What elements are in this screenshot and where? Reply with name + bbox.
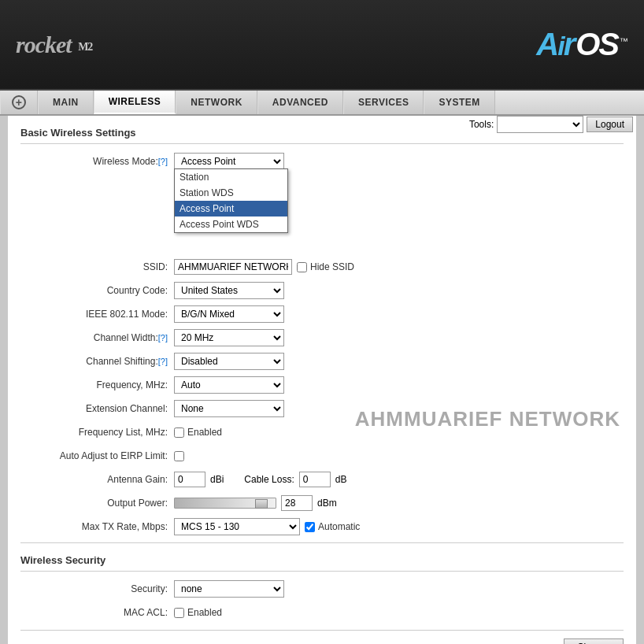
mac-acl-label: MAC ACL: bbox=[20, 607, 174, 618]
country-code-row: Country Code: United States bbox=[20, 281, 624, 300]
ieee-mode-row: IEEE 802.11 Mode: B/G/N Mixed bbox=[20, 305, 624, 324]
cable-loss-label: Cable Loss: bbox=[244, 474, 294, 485]
antenna-gain-label: Antenna Gain: bbox=[20, 474, 174, 485]
cable-loss-input[interactable] bbox=[299, 472, 331, 487]
max-tx-rate-label: Max TX Rate, Mbps: bbox=[20, 521, 174, 532]
channel-width-help[interactable]: [?] bbox=[158, 333, 168, 342]
auto-adjust-label: Auto Adjust to EIRP Limit: bbox=[20, 450, 174, 461]
output-power-label: Output Power: bbox=[20, 498, 174, 509]
ieee-mode-select[interactable]: B/G/N Mixed bbox=[174, 305, 284, 323]
hide-ssid-checkbox[interactable] bbox=[297, 262, 307, 272]
automatic-checkbox[interactable] bbox=[305, 522, 315, 532]
logo: rocket M2 bbox=[16, 31, 92, 58]
nav-tab-network[interactable]: NETWORK bbox=[176, 91, 257, 114]
wireless-mode-label: Wireless Mode:[?] bbox=[20, 156, 174, 167]
dropdown-option-access-point-wds[interactable]: Access Point WDS bbox=[175, 217, 287, 232]
dropdown-option-station[interactable]: Station bbox=[175, 169, 287, 185]
mac-acl-control: Enabled bbox=[174, 607, 624, 618]
wireless-mode-row: Wireless Mode:[?] Access Point Station S… bbox=[20, 152, 624, 171]
mac-acl-row: MAC ACL: Enabled bbox=[20, 603, 624, 622]
ssid-row: SSID: Hide SSID bbox=[20, 257, 624, 276]
wireless-mode-select[interactable]: Access Point bbox=[174, 153, 284, 170]
channel-shifting-label: Channel Shifting:[?] bbox=[20, 356, 174, 367]
mac-acl-checkbox[interactable] bbox=[174, 608, 184, 618]
ieee-mode-label: IEEE 802.11 Mode: bbox=[20, 309, 174, 320]
channel-shifting-control: Disabled bbox=[174, 353, 624, 370]
trademark-symbol: ™ bbox=[620, 36, 628, 46]
output-power-slider-thumb[interactable] bbox=[255, 499, 268, 509]
ssid-input[interactable] bbox=[174, 259, 292, 275]
navbar: MAIN WIRELESS NETWORK ADVANCED SERVICES … bbox=[0, 91, 644, 116]
ieee-mode-control: B/G/N Mixed bbox=[174, 305, 624, 323]
frequency-row: Frequency, MHz: Auto bbox=[20, 376, 624, 394]
output-power-control: dBm bbox=[174, 495, 624, 511]
network-name-display: AHMMUARIEF NETWORK bbox=[355, 407, 620, 431]
auto-adjust-row: Auto Adjust to EIRP Limit: bbox=[20, 446, 624, 465]
extension-channel-label: Extension Channel: bbox=[20, 403, 174, 414]
dropdown-option-station-wds[interactable]: Station WDS bbox=[175, 185, 287, 201]
frequency-label: Frequency, MHz: bbox=[20, 379, 174, 390]
mac-acl-enabled-label[interactable]: Enabled bbox=[174, 607, 222, 618]
tools-select[interactable] bbox=[497, 116, 583, 133]
channel-width-select[interactable]: 20 MHz bbox=[174, 329, 284, 346]
tools-label: Tools: bbox=[469, 119, 494, 130]
channel-shifting-row: Channel Shifting:[?] Disabled bbox=[20, 352, 624, 371]
country-code-control: United States bbox=[174, 282, 624, 299]
frequency-list-label: Frequency List, MHz: bbox=[20, 427, 174, 438]
channel-shifting-select[interactable]: Disabled bbox=[174, 353, 284, 370]
cable-loss-unit: dB bbox=[335, 474, 347, 485]
wireless-mode-help[interactable]: [?] bbox=[158, 157, 168, 166]
output-power-slider-track[interactable] bbox=[174, 498, 276, 509]
wireless-security-section-title: Wireless Security bbox=[20, 550, 624, 572]
ssid-control: Hide SSID bbox=[174, 259, 624, 275]
nav-tab-system[interactable]: SYSTEM bbox=[424, 91, 494, 114]
channel-shifting-help[interactable]: [?] bbox=[158, 357, 168, 366]
automatic-label[interactable]: Automatic bbox=[305, 521, 360, 532]
wireless-mode-dropdown-open: Station Station WDS Access Point Access … bbox=[174, 168, 288, 233]
ssid-label: SSID: bbox=[20, 261, 174, 272]
output-power-unit: dBm bbox=[317, 498, 337, 509]
main-content: Basic Wireless Settings Wireless Mode:[?… bbox=[8, 116, 636, 644]
channel-width-label: Channel Width:[?] bbox=[20, 332, 174, 343]
frequency-list-checkbox[interactable] bbox=[174, 427, 184, 438]
nav-tab-advanced[interactable]: ADVANCED bbox=[257, 91, 343, 114]
max-tx-rate-control: MCS 15 - 130 Automatic bbox=[174, 518, 624, 535]
header: rocket M2 Air OS ™ bbox=[0, 0, 644, 91]
hide-ssid-label[interactable]: Hide SSID bbox=[297, 261, 354, 272]
frequency-control: Auto bbox=[174, 376, 624, 394]
change-button[interactable]: Change bbox=[564, 638, 624, 644]
antenna-gain-input[interactable] bbox=[174, 472, 205, 487]
country-code-select[interactable]: United States bbox=[174, 282, 284, 299]
security-label: Security: bbox=[20, 583, 174, 594]
frequency-select[interactable]: Auto bbox=[174, 376, 284, 394]
extension-channel-select[interactable]: None bbox=[174, 400, 284, 417]
security-select[interactable]: none bbox=[174, 580, 284, 598]
change-button-row: Change bbox=[20, 638, 624, 644]
auto-adjust-checkbox[interactable] bbox=[174, 451, 184, 461]
crosshair-icon bbox=[12, 95, 26, 109]
logout-button[interactable]: Logout bbox=[587, 117, 633, 132]
max-tx-rate-row: Max TX Rate, Mbps: MCS 15 - 130 Automati… bbox=[20, 517, 624, 536]
output-power-row: Output Power: dBm bbox=[20, 494, 624, 513]
channel-width-row: Channel Width:[?] 20 MHz bbox=[20, 328, 624, 347]
antenna-gain-control: dBi Cable Loss: dB bbox=[174, 472, 624, 487]
max-tx-rate-select[interactable]: MCS 15 - 130 bbox=[174, 518, 300, 535]
airos-logo: Air OS ™ bbox=[536, 27, 628, 62]
wireless-mode-control: Access Point Station Station WDS Access … bbox=[174, 153, 624, 170]
frequency-list-enabled-label[interactable]: Enabled bbox=[174, 427, 222, 438]
nav-tab-home[interactable] bbox=[0, 91, 38, 114]
security-row: Security: none bbox=[20, 579, 624, 598]
channel-width-control: 20 MHz bbox=[174, 329, 624, 346]
country-code-label: Country Code: bbox=[20, 285, 174, 296]
antenna-gain-unit: dBi bbox=[210, 474, 224, 485]
security-control: none bbox=[174, 580, 624, 598]
antenna-gain-row: Antenna Gain: dBi Cable Loss: dB bbox=[20, 470, 624, 489]
nav-tab-wireless[interactable]: WIRELESS bbox=[94, 91, 176, 114]
wireless-mode-dropdown-container: Access Point Station Station WDS Access … bbox=[174, 153, 284, 170]
auto-adjust-control bbox=[174, 451, 624, 461]
nav-tab-main[interactable]: MAIN bbox=[38, 91, 94, 114]
nav-tab-services[interactable]: SERVICES bbox=[343, 91, 424, 114]
output-power-input[interactable] bbox=[281, 495, 313, 511]
dropdown-option-access-point[interactable]: Access Point bbox=[175, 201, 287, 217]
